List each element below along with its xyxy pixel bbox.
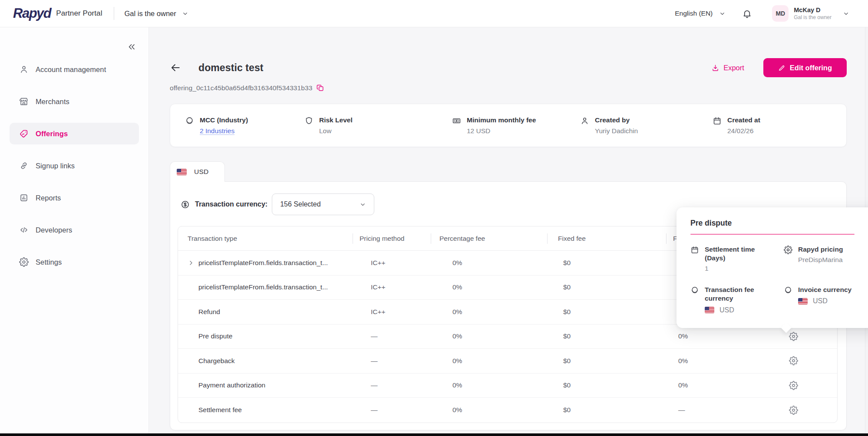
user-menu[interactable]: McKay D Gal is the owner [794, 7, 849, 20]
cell-fixed-fee: $0 [547, 259, 666, 267]
cell-fixed-fee: $0 [547, 332, 666, 340]
summary-label: MCC (Industry) [200, 116, 248, 124]
offering-id-row: offering_0c11c45b0a65d4fb316340f534331b3… [170, 84, 847, 92]
pencil-icon [778, 64, 785, 72]
popover-currency-code: USD [813, 297, 828, 305]
transaction-type-text: pricelistTemplateFrom.fields.transaction… [198, 283, 328, 291]
account-switcher[interactable]: Gal is the owner [125, 10, 188, 18]
row-settings-gear-icon[interactable] [789, 332, 798, 341]
transaction-currency-label: Transaction currency: [195, 200, 267, 208]
export-label: Export [723, 64, 744, 72]
dollar-circle-icon [181, 200, 190, 209]
cell-transaction-type: Chargeback [178, 357, 353, 365]
summary-value: Yuriy Dadichin [595, 127, 638, 135]
top-bar: Rapyd Partner Portal Gal is the owner En… [0, 0, 868, 27]
cell-fixed-fee: $0 [547, 357, 666, 365]
sidebar-item-signup-links[interactable]: Signup links [10, 155, 139, 177]
export-button[interactable]: Export [711, 64, 744, 72]
cell-transaction-type: pricelistTemplateFrom.fields.transaction… [178, 283, 353, 291]
summary-item-text: Created byYuriy Dadichin [595, 116, 638, 135]
transaction-type-text: Chargeback [198, 357, 235, 365]
sidebar-item-developers[interactable]: Developers [10, 219, 139, 241]
coin-icon [784, 286, 792, 295]
popover-item-label: Settlement time (Days) [705, 245, 774, 262]
cell-fixed-fee: $0 [547, 283, 666, 291]
cell-fx-markup: 0% [666, 357, 778, 365]
popover-item-transaction-fee-currency: Transaction fee currencyUSD [690, 285, 784, 314]
bell-icon[interactable] [742, 9, 752, 19]
summary-value-link[interactable]: 2 Industries [200, 127, 248, 135]
table-row: Payment authorization—0%$00% [178, 374, 837, 398]
avatar[interactable]: MD [772, 5, 789, 22]
summary-item-text: Created at24/02/26 [727, 116, 760, 135]
cell-pricing-method: IC++ [353, 283, 431, 291]
cell-pricing-method: — [353, 332, 431, 340]
cell-fx-markup: 0% [666, 381, 778, 389]
user-role: Gal is the owner [794, 14, 832, 20]
summary-value: 12 USD [467, 127, 536, 135]
code-icon [19, 225, 29, 235]
popover-item-rapyd-pricing: Rapyd pricingPreDispMarina [784, 245, 868, 272]
row-expander[interactable] [188, 259, 198, 266]
language-selector[interactable]: English (EN) [675, 10, 726, 17]
sidebar-item-merchants[interactable]: Merchants [10, 91, 139, 112]
summary-label: Created by [595, 116, 638, 124]
cell-fixed-fee: $0 [547, 406, 666, 414]
chevron-down-icon [719, 10, 726, 17]
popover-item-value: PreDispMarina [798, 256, 843, 264]
summary-item-created-at: Created at24/02/26 [713, 116, 846, 135]
sidebar-item-settings[interactable]: Settings [10, 251, 139, 273]
edit-offering-label: Edit offering [790, 64, 832, 72]
cell-fx-markup: — [666, 406, 778, 414]
tab-usd[interactable]: USD [170, 161, 225, 182]
gear-icon [784, 246, 792, 254]
sidebar-item-account-management[interactable]: Account management [10, 59, 139, 80]
transaction-type-text: Payment authorization [198, 381, 265, 389]
popover-item-label: Rapyd pricing [798, 245, 843, 254]
calendar-icon [713, 116, 722, 125]
coin-icon [690, 286, 699, 295]
offering-summary-card: MCC (Industry)2 IndustriesRisk LevelLowM… [170, 104, 847, 147]
store-icon [19, 97, 29, 106]
column-header-transaction-type: Transaction type [178, 226, 353, 250]
cell-percentage-fee: 0% [431, 357, 547, 365]
summary-item-text: Minimum monthly fee12 USD [467, 116, 536, 135]
row-expander [188, 284, 198, 291]
back-arrow-icon[interactable] [170, 62, 181, 73]
row-expander [188, 357, 198, 364]
copy-icon[interactable] [316, 84, 324, 92]
report-icon [19, 193, 29, 203]
cell-fixed-fee: $0 [547, 381, 666, 389]
popover-item-settlement-time-days: Settlement time (Days)1 [690, 245, 784, 272]
transaction-currency-dropdown[interactable]: 156 Selected [272, 193, 374, 215]
row-settings-gear-icon[interactable] [789, 356, 798, 365]
transaction-type-text: pricelistTemplateFrom.fields.transaction… [198, 259, 328, 267]
popover-item-invoice-currency: Invoice currencyUSD [784, 285, 868, 314]
sidebar-item-offerings[interactable]: Offerings [10, 123, 139, 144]
cell-pricing-method: — [353, 357, 431, 365]
popover-item-label: Invoice currency [798, 285, 851, 294]
chevron-down-icon [843, 10, 849, 17]
cell-percentage-fee: 0% [431, 283, 547, 291]
cell-actions [778, 381, 837, 390]
sidebar-item-label: Reports [36, 194, 61, 202]
table-row: Chargeback—0%$00% [178, 349, 837, 374]
cell-pricing-method: IC++ [353, 259, 431, 267]
popover-item-label: Transaction fee currency [705, 285, 774, 303]
column-header-fixed-fee: Fixed fee [547, 226, 666, 250]
row-settings-gear-icon[interactable] [789, 406, 798, 415]
edit-offering-button[interactable]: Edit offering [763, 58, 847, 77]
rapyd-logo[interactable]: Rapyd [13, 6, 51, 21]
row-settings-gear-icon[interactable] [789, 381, 798, 390]
sidebar-item-reports[interactable]: Reports [10, 187, 139, 209]
summary-label: Minimum monthly fee [467, 116, 536, 124]
cell-fixed-fee: $0 [547, 308, 666, 316]
collapse-sidebar-icon[interactable] [127, 42, 136, 52]
popover-item-currency-value: USD [705, 306, 774, 314]
header-divider [114, 7, 114, 20]
coin-icon [185, 116, 194, 125]
popover-item-currency-value: USD [798, 297, 851, 305]
sidebar-item-label: Settings [36, 258, 62, 266]
tab-usd-label: USD [194, 168, 208, 176]
transaction-currency-value: 156 Selected [280, 200, 320, 208]
